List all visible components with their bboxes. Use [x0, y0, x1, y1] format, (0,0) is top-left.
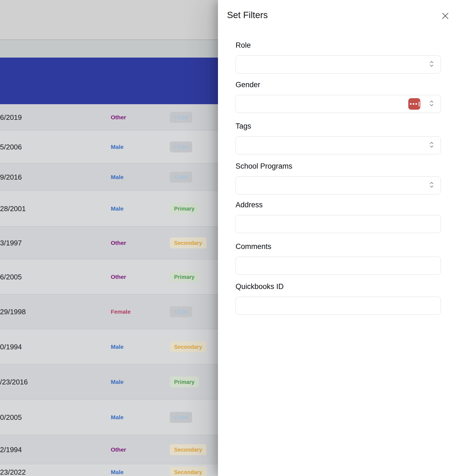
gender-cell: Other	[111, 446, 126, 453]
role-badge: Primary	[170, 376, 199, 387]
role-badge: Secondary	[170, 237, 206, 248]
role-badge: Child	[170, 306, 192, 317]
filter-field-label: Tags	[236, 122, 251, 131]
filter-field: Gender	[236, 95, 441, 113]
select-chevrons-icon	[430, 181, 433, 189]
role-badge: Primary	[170, 203, 199, 214]
filter-field-input[interactable]	[236, 297, 441, 315]
role-badge: Child	[170, 112, 192, 123]
role-cell: Child	[170, 172, 192, 183]
birth-date-cell: /23/2016	[0, 378, 28, 386]
birth-date-cell: 28/2001	[0, 204, 26, 213]
birth-date-cell: 0/1994	[0, 342, 22, 351]
filter-field-input[interactable]	[236, 136, 441, 154]
birth-date-cell: 6/2019	[0, 113, 22, 121]
role-badge: Child	[170, 412, 192, 423]
birth-date-cell: 29/1998	[0, 308, 26, 316]
role-badge: Secondary	[170, 444, 206, 455]
gender-cell: Other	[111, 274, 126, 280]
filter-field-input[interactable]	[236, 176, 441, 194]
select-chevrons-icon	[430, 60, 433, 69]
screen: th te Hebrew Birth Date Gender Role 6/20…	[0, 0, 459, 476]
filter-field-label: Address	[236, 201, 263, 209]
role-cell: Secondary	[170, 467, 206, 476]
filter-field: Comments	[236, 257, 441, 275]
filter-field-label: Quickbooks ID	[236, 282, 284, 291]
gender-cell: Male	[111, 414, 124, 421]
set-filters-drawer: Set Filters Role Gender	[218, 0, 459, 476]
role-badge: Secondary	[170, 341, 206, 352]
filter-field-input[interactable]	[236, 215, 441, 233]
gender-cell: Male	[111, 379, 124, 385]
birth-date-cell: 2/1994	[0, 445, 22, 454]
gender-cell: Male	[111, 174, 124, 180]
filter-field: Address	[236, 215, 441, 233]
role-cell: Child	[170, 306, 192, 317]
filter-field-label: Comments	[236, 242, 271, 251]
birth-date-cell: 5/2006	[0, 143, 22, 151]
filter-field: School Programs	[236, 176, 441, 194]
role-cell: Primary	[170, 203, 199, 214]
password-manager-icon[interactable]	[408, 98, 420, 110]
role-badge: Child	[170, 172, 192, 183]
select-chevrons-icon	[430, 141, 433, 149]
drawer-title: Set Filters	[227, 10, 268, 20]
birth-date-cell: 0/2005	[0, 413, 22, 421]
role-cell: Primary	[170, 271, 199, 282]
role-cell: Secondary	[170, 237, 206, 248]
filter-field-label: Role	[236, 41, 251, 50]
role-cell: Secondary	[170, 444, 206, 455]
filter-field-input[interactable]	[236, 95, 441, 113]
gender-cell: Female	[111, 308, 131, 315]
filter-field-label: Gender	[236, 81, 260, 89]
filter-field-input[interactable]	[236, 55, 441, 73]
role-badge: Secondary	[170, 467, 206, 476]
birth-date-cell: 9/2016	[0, 173, 22, 181]
filter-field-input[interactable]	[236, 257, 441, 275]
filter-field-label: School Programs	[236, 162, 292, 171]
gender-cell: Male	[111, 144, 124, 150]
gender-cell: Male	[111, 344, 124, 350]
gender-cell: Other	[111, 240, 126, 246]
role-cell: Secondary	[170, 341, 206, 352]
select-chevrons-icon	[430, 100, 433, 108]
filter-field: Role	[236, 55, 441, 73]
role-cell: Child	[170, 141, 192, 152]
gender-cell: Other	[111, 114, 126, 121]
gender-cell: Male	[111, 205, 124, 212]
role-cell: Primary	[170, 376, 199, 387]
filter-field: Quickbooks ID	[236, 297, 441, 315]
birth-date-cell: 23/2022	[0, 468, 26, 476]
role-cell: Child	[170, 412, 192, 423]
role-cell: Child	[170, 112, 192, 123]
gender-cell: Male	[111, 469, 124, 475]
role-badge: Child	[170, 141, 192, 152]
close-icon[interactable]	[440, 10, 451, 21]
birth-date-cell: 6/2005	[0, 273, 22, 281]
birth-date-cell: 3/1997	[0, 239, 22, 247]
filter-field: Tags	[236, 136, 441, 154]
role-badge: Primary	[170, 271, 199, 282]
